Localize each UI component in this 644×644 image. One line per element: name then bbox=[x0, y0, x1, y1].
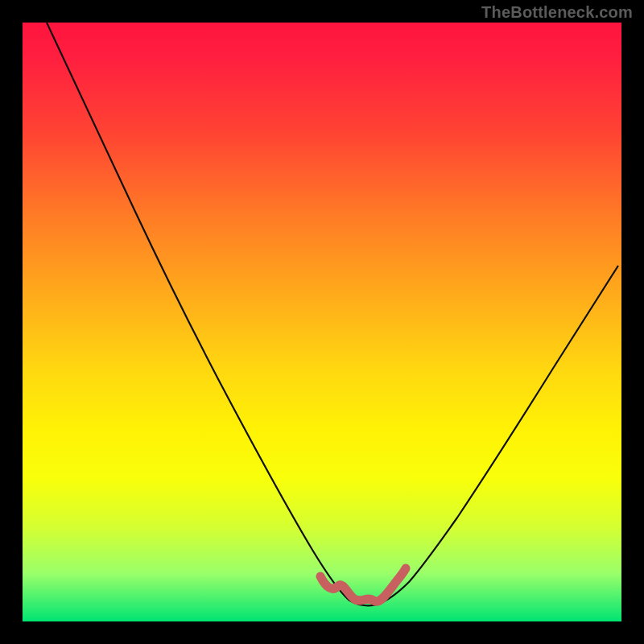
chart-svg bbox=[23, 23, 621, 621]
bottleneck-curve bbox=[47, 23, 618, 605]
watermark-text: TheBottleneck.com bbox=[481, 3, 633, 22]
plot-area bbox=[23, 23, 621, 621]
chart-container: TheBottleneck.com bbox=[0, 0, 644, 644]
